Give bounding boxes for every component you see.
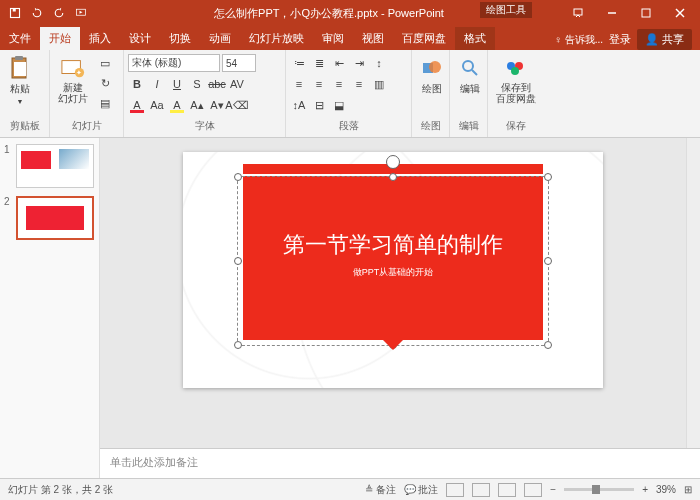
svg-line-17 [472, 70, 477, 75]
clear-format-button[interactable]: A⌫ [228, 96, 246, 114]
align-left-button[interactable]: ≡ [290, 75, 308, 93]
tab-transitions[interactable]: 切换 [160, 27, 200, 50]
svg-rect-5 [642, 9, 650, 17]
layout-button[interactable]: ▭ [96, 54, 114, 72]
tab-animations[interactable]: 动画 [200, 27, 240, 50]
strikethrough-button[interactable]: abc [208, 75, 226, 93]
columns-button[interactable]: ▥ [370, 75, 388, 93]
resize-handle-sw[interactable] [234, 341, 242, 349]
font-color-button[interactable]: A [128, 96, 146, 114]
save-icon[interactable] [8, 6, 22, 20]
change-case-button[interactable]: Aa [148, 96, 166, 114]
justify-button[interactable]: ≡ [350, 75, 368, 93]
font-name-combo[interactable]: 宋体 (标题) [128, 54, 220, 72]
ribbon-options-icon[interactable] [562, 0, 594, 26]
indent-inc-button[interactable]: ⇥ [350, 54, 368, 72]
tab-insert[interactable]: 插入 [80, 27, 120, 50]
slide[interactable]: 第一节学习简单的制作 做PPT从基础的开始 [183, 152, 603, 388]
undo-icon[interactable] [30, 6, 44, 20]
reset-button[interactable]: ↻ [96, 74, 114, 92]
slide-thumbnail-2[interactable] [16, 196, 94, 240]
sorter-view-button[interactable] [472, 483, 490, 497]
slideshow-view-button[interactable] [524, 483, 542, 497]
resize-handle-ne[interactable] [544, 173, 552, 181]
resize-handle-e[interactable] [544, 257, 552, 265]
notes-pane[interactable]: 单击此处添加备注 [100, 448, 700, 478]
svg-rect-1 [13, 9, 16, 12]
fit-to-window-button[interactable]: ⊞ [684, 484, 692, 495]
highlight-button[interactable]: A [168, 96, 186, 114]
login-link[interactable]: 登录 [609, 32, 631, 47]
text-direction-button[interactable]: ↕A [290, 96, 308, 114]
baidu-cloud-icon [504, 56, 528, 80]
notes-toggle[interactable]: ≜ 备注 [365, 483, 396, 497]
share-button[interactable]: 👤 共享 [637, 29, 692, 50]
chevron-down-icon: ▼ [17, 98, 24, 105]
find-icon [458, 56, 482, 80]
section-button[interactable]: ▤ [96, 94, 114, 112]
vertical-scrollbar[interactable] [686, 138, 700, 448]
slide-thumbnails-panel: 1 2 [0, 138, 100, 478]
italic-button[interactable]: I [148, 75, 166, 93]
comments-toggle[interactable]: 💬 批注 [404, 483, 439, 497]
drawing-button[interactable]: 绘图 [416, 54, 448, 98]
tab-slideshow[interactable]: 幻灯片放映 [240, 27, 313, 50]
resize-handle-nw[interactable] [234, 173, 242, 181]
group-editing: 编辑 [454, 119, 483, 135]
reading-view-button[interactable] [498, 483, 516, 497]
bullets-button[interactable]: ≔ [290, 54, 308, 72]
tab-format[interactable]: 格式 [455, 27, 495, 50]
new-slide-button[interactable]: ✦ 新建 幻灯片 [54, 54, 92, 106]
zoom-out-button[interactable]: − [550, 484, 556, 495]
clipboard-icon [8, 56, 32, 80]
align-text-button[interactable]: ⊟ [310, 96, 328, 114]
svg-rect-3 [574, 9, 582, 15]
contextual-tab-label: 绘图工具 [480, 2, 532, 18]
callout-notch [383, 340, 403, 350]
shape-red-block[interactable]: 第一节学习简单的制作 做PPT从基础的开始 [243, 176, 543, 340]
group-save: 保存 [492, 119, 540, 135]
new-slide-icon: ✦ [61, 56, 85, 80]
resize-handle-se[interactable] [544, 341, 552, 349]
smartart-button[interactable]: ⬓ [330, 96, 348, 114]
zoom-slider[interactable] [564, 488, 634, 491]
underline-button[interactable]: U [168, 75, 186, 93]
zoom-level[interactable]: 39% [656, 484, 676, 495]
normal-view-button[interactable] [446, 483, 464, 497]
increase-font-button[interactable]: A▴ [188, 96, 206, 114]
numbering-button[interactable]: ≣ [310, 54, 328, 72]
minimize-icon[interactable] [596, 0, 628, 26]
textbox-selection[interactable] [237, 176, 549, 346]
font-size-combo[interactable]: 54 [222, 54, 256, 72]
maximize-icon[interactable] [630, 0, 662, 26]
decrease-font-button[interactable]: A▾ [208, 96, 226, 114]
paste-button[interactable]: 粘贴 ▼ [4, 54, 36, 107]
tab-baidu[interactable]: 百度网盘 [393, 27, 455, 50]
document-title: 怎么制作PPT，小Q办公教程.pptx - PowerPoint [214, 6, 444, 21]
slide-thumbnail-1[interactable] [16, 144, 94, 188]
redo-icon[interactable] [52, 6, 66, 20]
bold-button[interactable]: B [128, 75, 146, 93]
resize-handle-n[interactable] [389, 173, 397, 181]
save-baidu-button[interactable]: 保存到 百度网盘 [492, 54, 540, 106]
resize-handle-w[interactable] [234, 257, 242, 265]
tab-home[interactable]: 开始 [40, 27, 80, 50]
indent-dec-button[interactable]: ⇤ [330, 54, 348, 72]
tell-me[interactable]: ♀ 告诉我... [554, 33, 603, 47]
align-center-button[interactable]: ≡ [310, 75, 328, 93]
close-icon[interactable] [664, 0, 696, 26]
tab-review[interactable]: 审阅 [313, 27, 353, 50]
align-right-button[interactable]: ≡ [330, 75, 348, 93]
group-slides: 幻灯片 [54, 119, 119, 135]
tab-design[interactable]: 设计 [120, 27, 160, 50]
slide-canvas[interactable]: 第一节学习简单的制作 做PPT从基础的开始 [100, 138, 686, 448]
zoom-in-button[interactable]: + [642, 484, 648, 495]
rotate-handle[interactable] [386, 155, 400, 169]
slideshow-icon[interactable] [74, 6, 88, 20]
tab-view[interactable]: 视图 [353, 27, 393, 50]
shadow-button[interactable]: S [188, 75, 206, 93]
editing-button[interactable]: 编辑 [454, 54, 486, 98]
line-spacing-button[interactable]: ↕ [370, 54, 388, 72]
spacing-button[interactable]: AV [228, 75, 246, 93]
tab-file[interactable]: 文件 [0, 27, 40, 50]
